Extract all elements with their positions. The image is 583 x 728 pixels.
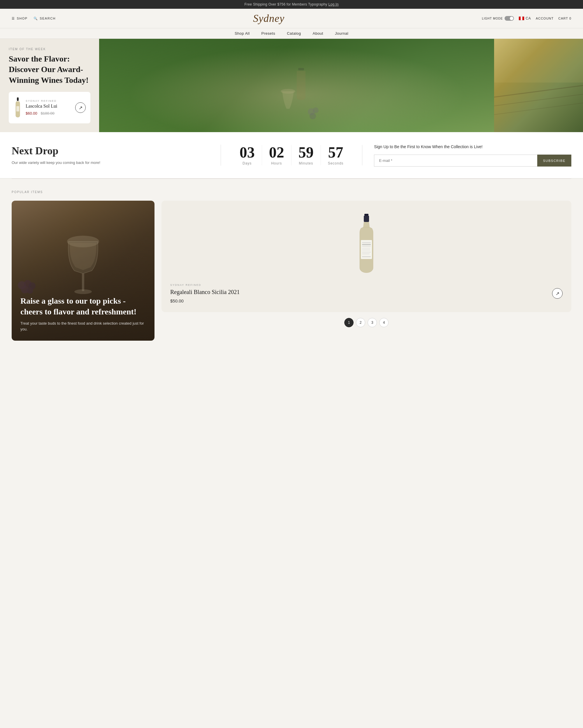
item-of-week-badge: ITEM OF THE WEEK xyxy=(9,48,90,51)
light-mode-label: LIGHT MODE xyxy=(482,17,503,20)
svg-rect-1 xyxy=(16,106,19,111)
email-input[interactable] xyxy=(374,155,537,166)
hero-left-panel: ITEM OF THE WEEK Savor the Flavor: Disco… xyxy=(0,39,99,132)
timer-minutes: 59 Minutes xyxy=(292,145,321,165)
product-bottle-small xyxy=(13,96,22,119)
svg-rect-0 xyxy=(17,98,19,101)
email-form: SUBSCRIBE xyxy=(374,155,571,166)
popular-promo-card: Raise a glass to our top picks - cheers … xyxy=(12,201,155,341)
hero-picnic-photo xyxy=(99,39,494,132)
svg-rect-27 xyxy=(362,254,370,254)
timer-days-value: 03 xyxy=(240,145,255,160)
svg-rect-26 xyxy=(362,252,371,253)
hero-center-image xyxy=(99,39,494,132)
header-left: ☰ SHOP 🔍 SEARCH xyxy=(12,17,56,20)
featured-product-card[interactable]: SYDNAY REFINED Lascolca Sol Lui $60.00 $… xyxy=(9,92,90,123)
svg-rect-23 xyxy=(362,244,371,245)
announcement-suffix: Typography xyxy=(308,2,327,6)
light-mode-toggle[interactable]: LIGHT MODE xyxy=(482,16,514,21)
hamburger-icon: ☰ xyxy=(12,17,15,20)
cart-label: CART xyxy=(558,17,568,20)
cart-button[interactable]: CART 0 xyxy=(558,17,571,20)
search-icon: 🔍 xyxy=(33,17,38,20)
timer-hours-value: 02 xyxy=(269,145,284,160)
account-link[interactable]: ACCOUNT xyxy=(536,17,554,20)
svg-line-9 xyxy=(494,103,583,114)
subscribe-button[interactable]: SUBSCRIBE xyxy=(537,155,571,166)
svg-rect-19 xyxy=(364,214,368,215)
popular-grid: Raise a glass to our top picks - cheers … xyxy=(12,201,571,341)
country-selector[interactable]: CA xyxy=(519,16,531,20)
hero-section: ITEM OF THE WEEK Savor the Flavor: Disco… xyxy=(0,39,583,132)
featured-product-arrow-button[interactable]: ↗ xyxy=(552,288,563,299)
canada-flag-icon xyxy=(519,16,524,20)
announcement-text: Free Shipping Over $756 for Members xyxy=(244,2,307,6)
login-link[interactable]: Log In xyxy=(328,2,338,6)
popular-section-label: POPULAR ITEMS xyxy=(12,190,571,194)
timer-hours: 02 Hours xyxy=(262,145,292,165)
main-nav: Shop All Presets Catalog About Journal xyxy=(0,28,583,39)
product-price-old: $180.00 xyxy=(41,111,55,115)
svg-rect-25 xyxy=(362,248,370,251)
hero-vineyard-photo xyxy=(494,39,583,132)
toggle-switch[interactable] xyxy=(505,16,514,21)
featured-product-brand: SYDNAY REFINED xyxy=(170,284,552,286)
svg-line-8 xyxy=(494,94,583,106)
product-card-text: SYDNAY REFINED Regaleali Blanco Sicilia … xyxy=(170,284,552,303)
countdown-section: Next Drop Our wide variety will keep you… xyxy=(0,132,583,179)
timer-days-label: Days xyxy=(240,161,255,165)
svg-rect-3 xyxy=(298,68,304,70)
pagination: 1 2 3 4 xyxy=(162,318,571,327)
featured-product-price: $50.00 xyxy=(170,298,550,303)
svg-line-7 xyxy=(494,85,583,97)
popular-section: POPULAR ITEMS xyxy=(0,179,583,352)
svg-rect-28 xyxy=(362,256,371,257)
nav-presets[interactable]: Presets xyxy=(261,31,275,35)
product-card-info: SYDNAY REFINED Regaleali Blanco Sicilia … xyxy=(170,284,563,303)
featured-product-name: Regaleali Blanco Sicilia 2021 xyxy=(170,289,552,295)
hero-headline: Savor the Flavor: Discover Our Award-Win… xyxy=(9,54,90,85)
svg-point-6 xyxy=(310,113,316,119)
page-1-button[interactable]: 1 xyxy=(344,318,354,327)
product-brand-small: SYDNAY REFINED xyxy=(26,100,72,102)
page-4-button[interactable]: 4 xyxy=(379,318,389,327)
product-info: SYDNAY REFINED Lascolca Sol Lui $60.00 $… xyxy=(26,100,72,116)
product-price-new: $60.00 xyxy=(26,111,37,115)
countdown-timer: 03 Days 02 Hours 59 Minutes 57 Seconds xyxy=(221,145,363,165)
menu-label: SHOP xyxy=(17,17,28,20)
page-2-button[interactable]: 2 xyxy=(356,318,365,327)
timer-days: 03 Days xyxy=(232,145,262,165)
nav-shop-all[interactable]: Shop All xyxy=(235,31,250,35)
promo-subtext: Treat your taste buds to the finest food… xyxy=(20,320,146,332)
featured-product-large[interactable]: SYDNAY REFINED Regaleali Blanco Sicilia … xyxy=(162,201,571,312)
signup-text: Sign Up to Be the First to Know When the… xyxy=(374,144,571,150)
svg-rect-22 xyxy=(362,242,371,243)
header: ☰ SHOP 🔍 SEARCH Sydney LIGHT MODE CA ACC… xyxy=(0,9,583,28)
timer-hours-label: Hours xyxy=(269,161,284,165)
product-bottle-large xyxy=(355,212,378,277)
countdown-right: Sign Up to Be the First to Know When the… xyxy=(362,144,571,166)
site-logo[interactable]: Sydney xyxy=(253,12,284,25)
country-code: CA xyxy=(526,16,531,20)
page-3-button[interactable]: 3 xyxy=(368,318,377,327)
timer-minutes-label: Minutes xyxy=(299,161,314,165)
nav-about[interactable]: About xyxy=(312,31,323,35)
timer-seconds-value: 57 xyxy=(328,145,344,160)
nav-journal[interactable]: Journal xyxy=(335,31,348,35)
search-label: SEARCH xyxy=(40,17,56,20)
timer-seconds-label: Seconds xyxy=(328,161,344,165)
search-button[interactable]: 🔍 SEARCH xyxy=(33,17,56,20)
timer-seconds: 57 Seconds xyxy=(321,145,351,165)
svg-rect-24 xyxy=(362,246,371,247)
promo-overlay: Raise a glass to our top picks - cheers … xyxy=(12,287,155,341)
hero-right-image xyxy=(494,39,583,132)
svg-point-5 xyxy=(313,107,318,113)
svg-rect-10 xyxy=(494,39,583,82)
promo-headline: Raise a glass to our top picks - cheers … xyxy=(20,296,146,317)
nav-catalog[interactable]: Catalog xyxy=(287,31,301,35)
product-name-small: Lascolca Sol Lui xyxy=(26,104,72,109)
product-arrow-button[interactable]: ↗ xyxy=(75,102,86,113)
menu-button[interactable]: ☰ SHOP xyxy=(12,17,28,20)
timer-minutes-value: 59 xyxy=(299,145,314,160)
cart-count: 0 xyxy=(569,17,571,20)
